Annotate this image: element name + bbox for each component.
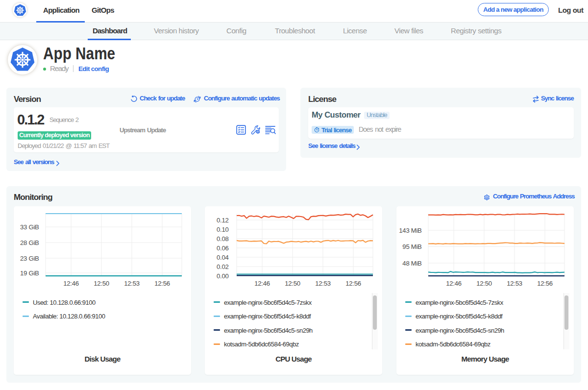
svg-text:23 GiB: 23 GiB <box>20 255 39 262</box>
svg-text:12:53: 12:53 <box>124 280 140 287</box>
svg-text:33 GiB: 33 GiB <box>20 223 39 231</box>
svg-text:0.06: 0.06 <box>217 244 228 252</box>
svg-text:12:46: 12:46 <box>63 280 79 287</box>
svg-text:28 GiB: 28 GiB <box>20 239 39 246</box>
svg-text:143 MiB: 143 MiB <box>399 227 422 234</box>
svg-text:0.04: 0.04 <box>217 254 228 261</box>
svg-text:12:56: 12:56 <box>345 280 361 287</box>
svg-text:12:46: 12:46 <box>254 280 270 287</box>
svg-text:19 GiB: 19 GiB <box>20 269 39 277</box>
svg-text:12:53: 12:53 <box>507 280 522 287</box>
svg-text:48 MiB: 48 MiB <box>402 260 422 267</box>
svg-text:12:56: 12:56 <box>537 280 553 287</box>
svg-text:12:50: 12:50 <box>94 280 109 287</box>
svg-text:0.08: 0.08 <box>217 235 228 243</box>
svg-text:12:56: 12:56 <box>154 280 170 287</box>
svg-text:12:50: 12:50 <box>285 280 300 287</box>
svg-text:0.00: 0.00 <box>217 272 228 280</box>
svg-text:0.10: 0.10 <box>217 226 228 233</box>
svg-text:95 MiB: 95 MiB <box>402 243 422 250</box>
svg-text:12:53: 12:53 <box>315 280 331 287</box>
svg-text:0.12: 0.12 <box>217 217 228 224</box>
svg-text:12:46: 12:46 <box>446 280 462 287</box>
svg-text:12:50: 12:50 <box>476 280 492 287</box>
svg-text:0.02: 0.02 <box>217 263 228 270</box>
